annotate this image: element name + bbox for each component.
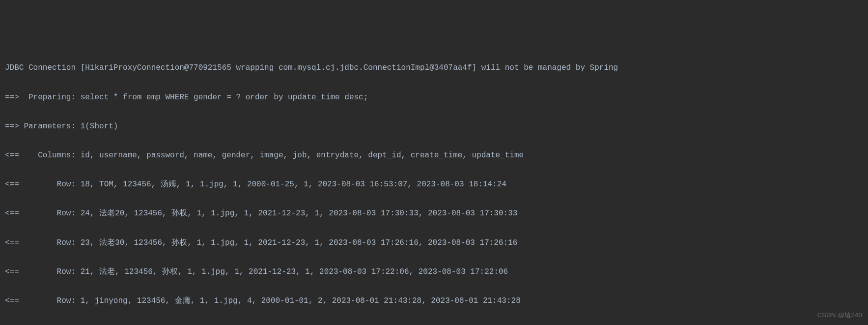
log-row-line: <== Row: 23, 法老30, 123456, 孙权, 1, 1.jpg,… <box>5 236 863 251</box>
log-connection-line: JDBC Connection [HikariProxyConnection@7… <box>5 61 863 76</box>
log-parameters-line: ==> Parameters: 1(Short) <box>5 119 863 134</box>
watermark-text: CSDN @埴240 <box>817 309 862 321</box>
log-preparing-line: ==> Preparing: select * from emp WHERE g… <box>5 90 863 105</box>
log-columns-line: <== Columns: id, username, password, nam… <box>5 148 863 163</box>
log-row-line: <== Row: 24, 法老20, 123456, 孙权, 1, 1.jpg,… <box>5 207 863 221</box>
log-row-line: <== Row: 1, jinyong, 123456, 金庸, 1, 1.jp… <box>5 294 863 309</box>
log-row-line: <== Row: 21, 法老, 123456, 孙权, 1, 1.jpg, 1… <box>5 265 863 280</box>
log-row-line: <== Row: 18, TOM, 123456, 汤姆, 1, 1.jpg, … <box>5 177 863 192</box>
log-row-line: <== Row: 2, zhangwuji, 123456, 张无忌, 1, 2… <box>5 323 863 325</box>
